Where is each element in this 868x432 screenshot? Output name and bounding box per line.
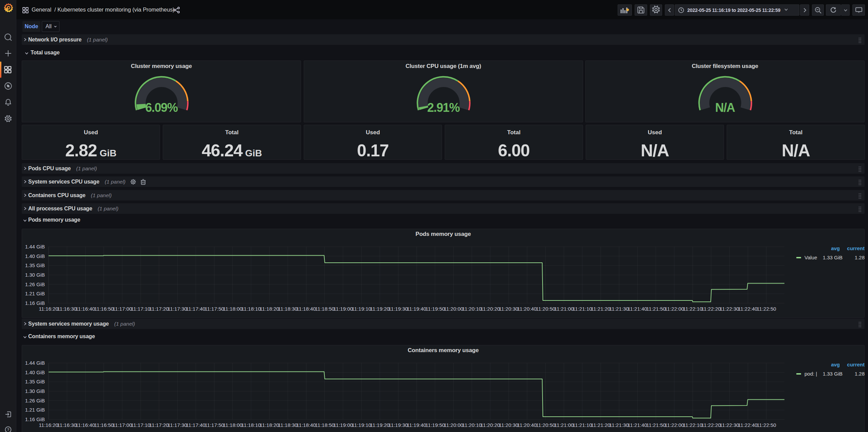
svg-text:?: ? [7, 428, 10, 432]
